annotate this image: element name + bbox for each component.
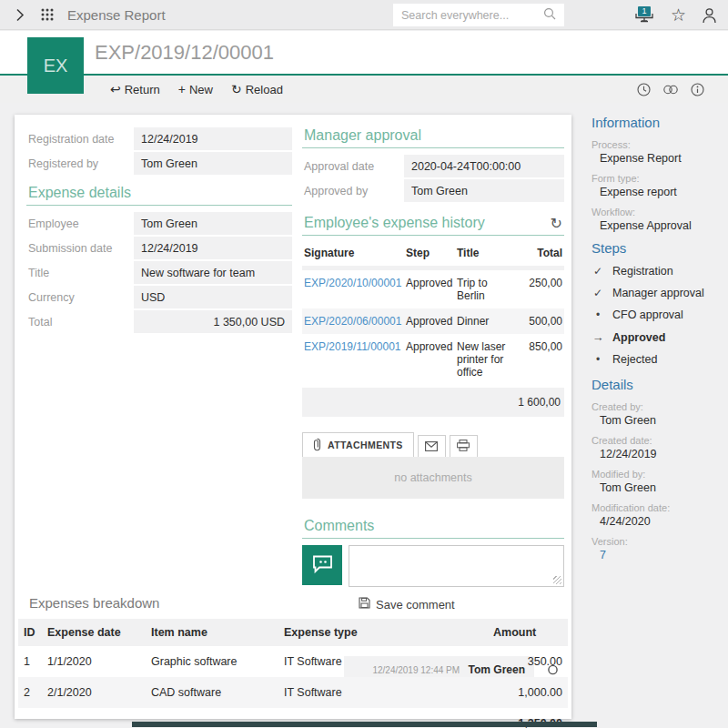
expenses-breakdown: Expenses breakdown ID Expense date Item … xyxy=(18,595,568,728)
search-input[interactable]: Search everywhere... xyxy=(393,4,564,26)
field-label: Currency xyxy=(26,286,134,308)
field-label: Employee xyxy=(26,212,134,235)
field-row: Total 1 350,00 USD xyxy=(26,310,292,333)
check-icon: ✓ xyxy=(592,287,604,299)
chat-bubble-icon xyxy=(310,551,335,579)
history-total: 1 600,00 xyxy=(302,388,564,417)
field-row: Approved by Tom Green xyxy=(302,179,564,202)
tab-email[interactable] xyxy=(418,435,446,457)
field-label: Registration date xyxy=(26,127,134,150)
attachments-empty-area: no attachments xyxy=(302,457,564,499)
section-header-comments: Comments xyxy=(302,510,564,539)
field-row: Employee Tom Green xyxy=(26,212,292,235)
app-launcher-icon[interactable] xyxy=(40,7,55,22)
history-clock-icon[interactable] xyxy=(637,83,651,96)
history-signature-link[interactable]: EXP/2020/06/00001 xyxy=(302,308,404,334)
sidebar-label: Workflow: xyxy=(592,207,723,217)
field-row: Registered by Tom Green xyxy=(26,152,292,175)
field-label: Approval date xyxy=(302,155,404,177)
tab-attachments[interactable]: ATTACHMENTS xyxy=(302,432,414,457)
resize-handle[interactable] xyxy=(553,576,561,584)
favorites-star-icon[interactable]: ☆ xyxy=(671,6,686,24)
breakdown-title: Expenses breakdown xyxy=(29,595,568,611)
history-signature-link[interactable]: EXP/2019/11/00001 xyxy=(302,334,404,385)
sidebar-label: Created date: xyxy=(592,435,723,446)
step-item-current: → Approved xyxy=(592,330,723,344)
version-link[interactable]: 7 xyxy=(600,549,723,561)
step-label: Approved xyxy=(612,331,665,344)
sidebar-value: Tom Green xyxy=(600,481,723,494)
tab-print[interactable] xyxy=(450,435,478,457)
section-header-manager-approval: Manager approval xyxy=(302,124,564,148)
bullet-icon: • xyxy=(592,308,604,321)
app-title: Expense Report xyxy=(67,7,166,23)
sidebar-section-details: Details xyxy=(592,377,723,392)
comment-textarea[interactable] xyxy=(349,545,564,587)
sidebar-value: 4/24/2020 xyxy=(600,515,723,528)
history-header-row: Signature Step Title Total xyxy=(302,240,564,268)
field-label: Total xyxy=(26,310,134,333)
reload-icon: ↻ xyxy=(231,82,242,96)
sidebar-value: 12/24/2019 xyxy=(600,448,723,460)
bottom-bar xyxy=(132,722,597,727)
field-label: Approved by xyxy=(302,179,404,202)
new-button[interactable]: + New xyxy=(178,82,213,96)
notifications-icon[interactable]: 1 xyxy=(633,5,655,25)
svg-text:1: 1 xyxy=(642,6,646,15)
breakdown-table: ID Expense date Item name Expense type A… xyxy=(18,619,568,728)
step-item: • CFO approval xyxy=(592,308,723,321)
field-label: Submission date xyxy=(26,237,134,259)
comment-compose xyxy=(302,545,564,587)
field-value: Tom Green xyxy=(404,179,564,202)
toolbar: ↩ Return + New ↻ Reload xyxy=(0,76,728,103)
field-row: Approval date 2020-04-24T00:00:00 xyxy=(302,155,564,177)
history-row: EXP/2020/06/00001 Approved Dinner 500,00 xyxy=(302,308,564,334)
field-value: 12/24/2019 xyxy=(134,127,292,150)
field-row: Title New software for team xyxy=(26,261,292,284)
field-row: Registration date 12/24/2019 xyxy=(26,127,292,150)
paperclip-icon xyxy=(313,438,321,453)
app-screen: Expense Report Search everywhere... 1 ☆ xyxy=(0,0,728,728)
breakdown-row: 1 1/1/2020 Graphic software IT Software … xyxy=(18,646,568,677)
step-label: Registration xyxy=(612,265,673,278)
return-button[interactable]: ↩ Return xyxy=(110,82,160,96)
history-signature-link[interactable]: EXP/2020/10/00001 xyxy=(302,268,404,309)
expand-menu-icon[interactable] xyxy=(15,8,25,22)
field-value: 2020-04-24T00:00:00 xyxy=(404,155,564,177)
check-icon: ✓ xyxy=(592,265,604,278)
expense-history-table: Signature Step Title Total EXP/2020/10/0… xyxy=(302,240,564,385)
breakdown-row: 2 2/1/2020 CAD software IT Software 1,00… xyxy=(18,677,568,708)
sidebar-label: Version: xyxy=(592,536,723,547)
workflow-steps: ✓ Registration ✓ Manager approval • CFO … xyxy=(592,265,723,366)
field-value: New software for team xyxy=(134,261,292,284)
attachment-tabs: ATTACHMENTS xyxy=(302,432,564,457)
field-value: Tom Green xyxy=(134,212,292,235)
field-value: 1 350,00 USD xyxy=(134,310,292,333)
comment-button[interactable] xyxy=(302,545,342,585)
sidebar-label: Modified by: xyxy=(592,469,723,480)
sidebar-value: Tom Green xyxy=(600,414,723,427)
form-card: Registration date 12/24/2019 Registered … xyxy=(15,115,571,719)
topbar: Expense Report Search everywhere... 1 ☆ xyxy=(0,0,728,30)
info-icon[interactable] xyxy=(691,83,704,96)
section-header-expense-details: Expense details xyxy=(26,177,292,206)
info-sidebar: Information Process: Expense Report Form… xyxy=(582,115,723,570)
reload-button[interactable]: ↻ Reload xyxy=(231,82,283,96)
refresh-icon[interactable]: ↻ xyxy=(551,217,562,231)
link-icon[interactable] xyxy=(662,85,679,95)
form-type-tile: EX xyxy=(27,37,84,94)
sidebar-section-information: Information xyxy=(592,115,723,130)
field-row: Submission date 12/24/2019 xyxy=(26,237,292,259)
return-icon: ↩ xyxy=(110,82,121,96)
form-type-initials: EX xyxy=(44,56,68,76)
field-value: Tom Green xyxy=(134,152,292,175)
field-value: 12/24/2019 xyxy=(134,237,292,259)
page-title: EXP/2019/12/00001 xyxy=(95,41,274,65)
step-label: Rejected xyxy=(612,353,657,366)
sidebar-label: Process: xyxy=(592,139,723,150)
history-row: EXP/2019/11/00001 Approved New laser pri… xyxy=(302,334,564,385)
step-item: ✓ Manager approval xyxy=(592,287,723,299)
sidebar-value: Expense report xyxy=(600,186,723,198)
step-label: CFO approval xyxy=(612,308,683,321)
user-profile-icon[interactable] xyxy=(702,7,717,24)
